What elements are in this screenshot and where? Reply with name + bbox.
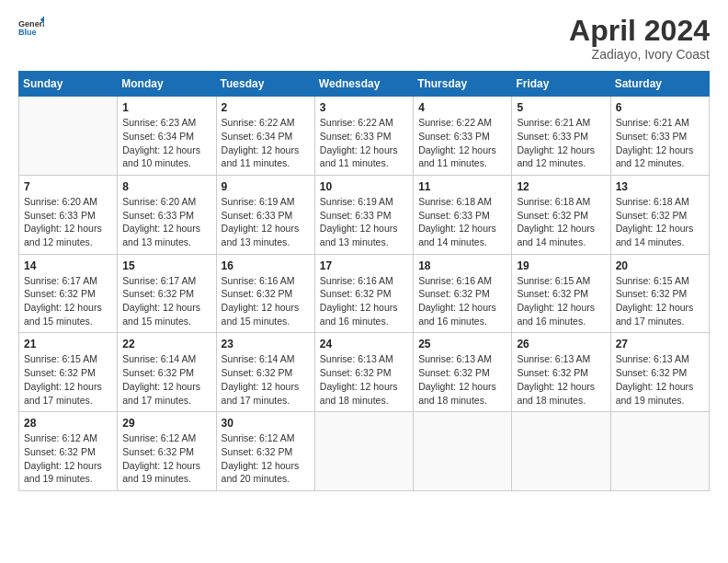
title-block: April 2024 Zadiayo, Ivory Coast bbox=[569, 15, 710, 62]
day-detail: Sunrise: 6:23 AM Sunset: 6:34 PM Dayligh… bbox=[122, 116, 210, 170]
day-detail: Sunrise: 6:15 AM Sunset: 6:32 PM Dayligh… bbox=[24, 352, 112, 407]
day-detail: Sunrise: 6:22 AM Sunset: 6:33 PM Dayligh… bbox=[418, 116, 506, 170]
calendar-cell: 13Sunrise: 6:18 AM Sunset: 6:32 PM Dayli… bbox=[610, 175, 709, 254]
day-detail: Sunrise: 6:20 AM Sunset: 6:33 PM Dayligh… bbox=[122, 195, 210, 249]
header-thursday: Thursday bbox=[414, 72, 512, 97]
calendar-cell: 18Sunrise: 6:16 AM Sunset: 6:32 PM Dayli… bbox=[414, 254, 512, 333]
day-detail: Sunrise: 6:19 AM Sunset: 6:33 PM Dayligh… bbox=[320, 195, 408, 249]
day-detail: Sunrise: 6:21 AM Sunset: 6:33 PM Dayligh… bbox=[616, 116, 704, 170]
day-detail: Sunrise: 6:18 AM Sunset: 6:33 PM Dayligh… bbox=[418, 195, 506, 249]
calendar-cell: 20Sunrise: 6:15 AM Sunset: 6:32 PM Dayli… bbox=[610, 254, 709, 333]
day-detail: Sunrise: 6:13 AM Sunset: 6:32 PM Dayligh… bbox=[320, 352, 408, 407]
svg-text:General: General bbox=[18, 19, 44, 29]
day-detail: Sunrise: 6:17 AM Sunset: 6:32 PM Dayligh… bbox=[122, 274, 210, 328]
calendar-cell: 29Sunrise: 6:12 AM Sunset: 6:32 PM Dayli… bbox=[118, 412, 216, 491]
calendar-cell: 10Sunrise: 6:19 AM Sunset: 6:33 PM Dayli… bbox=[314, 175, 413, 254]
day-number: 10 bbox=[320, 180, 408, 193]
calendar-cell: 4Sunrise: 6:22 AM Sunset: 6:33 PM Daylig… bbox=[414, 97, 512, 176]
day-detail: Sunrise: 6:15 AM Sunset: 6:32 PM Dayligh… bbox=[517, 274, 605, 328]
week-row-4: 21Sunrise: 6:15 AM Sunset: 6:32 PM Dayli… bbox=[19, 333, 710, 412]
day-number: 9 bbox=[222, 180, 310, 193]
day-number: 25 bbox=[418, 338, 506, 350]
day-detail: Sunrise: 6:16 AM Sunset: 6:32 PM Dayligh… bbox=[222, 274, 310, 328]
calendar-cell: 11Sunrise: 6:18 AM Sunset: 6:33 PM Dayli… bbox=[414, 175, 512, 254]
day-number: 27 bbox=[616, 338, 704, 350]
day-number: 24 bbox=[320, 338, 408, 350]
calendar-cell: 19Sunrise: 6:15 AM Sunset: 6:32 PM Dayli… bbox=[512, 254, 610, 333]
calendar-cell: 21Sunrise: 6:15 AM Sunset: 6:32 PM Dayli… bbox=[19, 333, 118, 412]
day-detail: Sunrise: 6:12 AM Sunset: 6:32 PM Dayligh… bbox=[24, 431, 112, 486]
day-number: 16 bbox=[222, 259, 310, 272]
calendar-cell: 5Sunrise: 6:21 AM Sunset: 6:33 PM Daylig… bbox=[512, 97, 610, 176]
header-friday: Friday bbox=[512, 72, 610, 97]
day-number: 28 bbox=[24, 417, 112, 430]
day-detail: Sunrise: 6:13 AM Sunset: 6:32 PM Dayligh… bbox=[418, 352, 506, 407]
day-detail: Sunrise: 6:13 AM Sunset: 6:32 PM Dayligh… bbox=[517, 352, 605, 407]
day-detail: Sunrise: 6:18 AM Sunset: 6:32 PM Dayligh… bbox=[517, 195, 605, 249]
calendar-cell bbox=[610, 412, 709, 491]
calendar-cell: 27Sunrise: 6:13 AM Sunset: 6:32 PM Dayli… bbox=[610, 333, 709, 412]
day-number: 4 bbox=[418, 101, 506, 114]
calendar-cell bbox=[314, 412, 413, 491]
calendar-cell bbox=[414, 412, 512, 491]
calendar-cell: 6Sunrise: 6:21 AM Sunset: 6:33 PM Daylig… bbox=[610, 97, 709, 176]
day-detail: Sunrise: 6:14 AM Sunset: 6:32 PM Dayligh… bbox=[122, 352, 210, 407]
week-row-2: 7Sunrise: 6:20 AM Sunset: 6:33 PM Daylig… bbox=[19, 175, 710, 254]
day-number: 17 bbox=[320, 259, 408, 272]
day-detail: Sunrise: 6:22 AM Sunset: 6:34 PM Dayligh… bbox=[222, 116, 310, 170]
header: General Blue April 2024 Zadiayo, Ivory C… bbox=[18, 15, 710, 62]
calendar-cell: 12Sunrise: 6:18 AM Sunset: 6:32 PM Dayli… bbox=[512, 175, 610, 254]
day-detail: Sunrise: 6:21 AM Sunset: 6:33 PM Dayligh… bbox=[517, 116, 605, 170]
header-wednesday: Wednesday bbox=[314, 72, 413, 97]
logo: General Blue bbox=[18, 15, 44, 40]
calendar-cell bbox=[19, 97, 118, 176]
week-row-5: 28Sunrise: 6:12 AM Sunset: 6:32 PM Dayli… bbox=[19, 412, 710, 491]
calendar-cell bbox=[512, 412, 610, 491]
header-monday: Monday bbox=[118, 72, 216, 97]
weekday-header-row: Sunday Monday Tuesday Wednesday Thursday… bbox=[19, 72, 710, 97]
day-number: 14 bbox=[24, 259, 112, 272]
day-number: 19 bbox=[517, 259, 605, 272]
day-number: 12 bbox=[517, 180, 605, 193]
calendar-cell: 9Sunrise: 6:19 AM Sunset: 6:33 PM Daylig… bbox=[216, 175, 314, 254]
calendar-cell: 26Sunrise: 6:13 AM Sunset: 6:32 PM Dayli… bbox=[512, 333, 610, 412]
day-detail: Sunrise: 6:19 AM Sunset: 6:33 PM Dayligh… bbox=[222, 195, 310, 249]
day-number: 21 bbox=[24, 338, 112, 350]
calendar-cell: 16Sunrise: 6:16 AM Sunset: 6:32 PM Dayli… bbox=[216, 254, 314, 333]
calendar-cell: 28Sunrise: 6:12 AM Sunset: 6:32 PM Dayli… bbox=[19, 412, 118, 491]
header-saturday: Saturday bbox=[610, 72, 709, 97]
calendar-cell: 15Sunrise: 6:17 AM Sunset: 6:32 PM Dayli… bbox=[118, 254, 216, 333]
day-number: 8 bbox=[122, 180, 210, 193]
calendar-cell: 8Sunrise: 6:20 AM Sunset: 6:33 PM Daylig… bbox=[118, 175, 216, 254]
calendar-cell: 24Sunrise: 6:13 AM Sunset: 6:32 PM Dayli… bbox=[314, 333, 413, 412]
day-number: 18 bbox=[418, 259, 506, 272]
day-detail: Sunrise: 6:16 AM Sunset: 6:32 PM Dayligh… bbox=[320, 274, 408, 328]
calendar-cell: 22Sunrise: 6:14 AM Sunset: 6:32 PM Dayli… bbox=[118, 333, 216, 412]
day-detail: Sunrise: 6:12 AM Sunset: 6:32 PM Dayligh… bbox=[122, 431, 210, 486]
day-number: 26 bbox=[517, 338, 605, 350]
day-number: 11 bbox=[418, 180, 506, 193]
calendar-cell: 23Sunrise: 6:14 AM Sunset: 6:32 PM Dayli… bbox=[216, 333, 314, 412]
day-detail: Sunrise: 6:14 AM Sunset: 6:32 PM Dayligh… bbox=[222, 352, 310, 407]
day-detail: Sunrise: 6:13 AM Sunset: 6:32 PM Dayligh… bbox=[616, 352, 704, 407]
day-number: 30 bbox=[222, 417, 310, 430]
day-number: 22 bbox=[122, 338, 210, 350]
day-number: 23 bbox=[222, 338, 310, 350]
calendar-cell: 1Sunrise: 6:23 AM Sunset: 6:34 PM Daylig… bbox=[118, 97, 216, 176]
day-detail: Sunrise: 6:16 AM Sunset: 6:32 PM Dayligh… bbox=[418, 274, 506, 328]
logo-icon: General Blue bbox=[18, 15, 44, 40]
calendar-cell: 14Sunrise: 6:17 AM Sunset: 6:32 PM Dayli… bbox=[19, 254, 118, 333]
day-detail: Sunrise: 6:20 AM Sunset: 6:33 PM Dayligh… bbox=[24, 195, 112, 249]
day-number: 15 bbox=[122, 259, 210, 272]
page: General Blue April 2024 Zadiayo, Ivory C… bbox=[0, 0, 728, 506]
calendar-cell: 3Sunrise: 6:22 AM Sunset: 6:33 PM Daylig… bbox=[314, 97, 413, 176]
calendar-cell: 30Sunrise: 6:12 AM Sunset: 6:32 PM Dayli… bbox=[216, 412, 314, 491]
header-sunday: Sunday bbox=[19, 72, 118, 97]
day-number: 6 bbox=[616, 101, 704, 114]
day-number: 1 bbox=[122, 101, 210, 114]
day-number: 5 bbox=[517, 101, 605, 114]
day-number: 7 bbox=[24, 180, 112, 193]
day-number: 29 bbox=[122, 417, 210, 430]
day-detail: Sunrise: 6:15 AM Sunset: 6:32 PM Dayligh… bbox=[616, 274, 704, 328]
day-number: 13 bbox=[616, 180, 704, 193]
